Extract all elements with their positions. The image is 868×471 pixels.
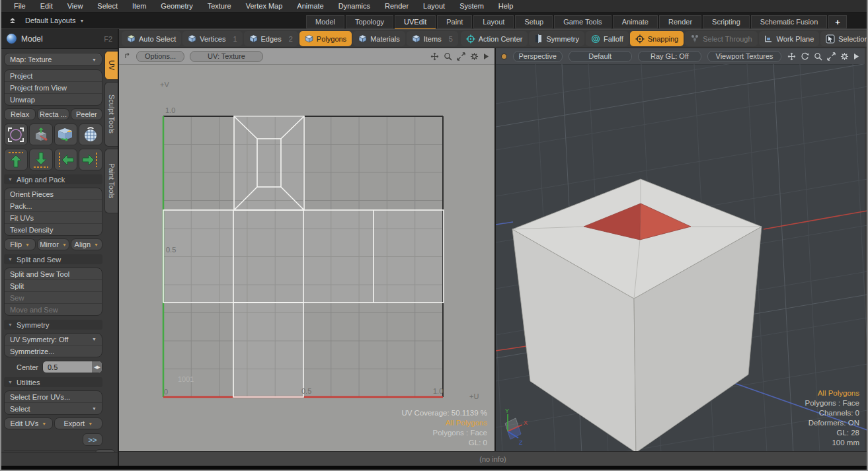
items-mode-button[interactable]: Items 5 bbox=[407, 31, 458, 46]
zoom-icon[interactable] bbox=[814, 52, 822, 61]
select-dropdown[interactable]: Select ▼ bbox=[5, 403, 102, 414]
gear-icon[interactable] bbox=[470, 52, 479, 61]
stepper-arrows-icon[interactable]: ◀▶ bbox=[92, 361, 102, 373]
map-selector-dropdown[interactable]: Map: Texture ▼ bbox=[4, 53, 102, 66]
menu-geometry[interactable]: Geometry bbox=[153, 2, 200, 10]
uv-editor-viewport[interactable]: Options... UV: Texture bbox=[119, 48, 496, 452]
shading-style-button[interactable]: Default bbox=[569, 51, 632, 62]
tab-render[interactable]: Render bbox=[659, 15, 701, 28]
auto-select-button[interactable]: Auto Select bbox=[122, 31, 181, 46]
flyout-arrow-icon[interactable] bbox=[483, 53, 489, 60]
3d-canvas[interactable]: Y X Z All Polygons Polygons : Face Chann… bbox=[496, 64, 867, 453]
polygons-mode-button[interactable]: Polygons bbox=[299, 31, 352, 46]
split-and-sew-section-header[interactable]: ▼ Split and Sew bbox=[4, 254, 102, 264]
expand-panel-button[interactable]: >> bbox=[83, 433, 102, 446]
tab-uvedit[interactable]: UVEdit bbox=[395, 15, 436, 28]
align-dropdown[interactable]: Align▼ bbox=[71, 238, 102, 250]
uv-canvas[interactable]: +V 1.0 0.5 0 1001 0.5 1.0 +U UV Coverage… bbox=[119, 64, 494, 453]
tab-scripting[interactable]: Scripting bbox=[703, 15, 750, 28]
symmetry-section-header[interactable]: ▼ Symmetry bbox=[4, 320, 102, 330]
project-button[interactable]: Project bbox=[5, 70, 102, 82]
camera-view-button[interactable]: Perspective bbox=[513, 51, 563, 62]
falloff-button[interactable]: Falloff bbox=[586, 31, 629, 46]
menu-vertex-map[interactable]: Vertex Map bbox=[239, 2, 290, 10]
tab-topology[interactable]: Topology bbox=[346, 15, 393, 28]
vertices-mode-button[interactable]: Vertices 1 bbox=[182, 31, 242, 46]
align-and-pack-section-header[interactable]: ▼ Align and Pack bbox=[4, 174, 102, 184]
sidebar-header[interactable]: Model F2 bbox=[1, 29, 118, 49]
unwrap-button[interactable]: Unwrap bbox=[5, 94, 102, 105]
menu-file[interactable]: File bbox=[7, 2, 33, 10]
flip-dropdown[interactable]: Flip▼ bbox=[4, 238, 36, 250]
tab-schematic-fusion[interactable]: Schematic Fusion bbox=[751, 15, 827, 28]
split-and-sew-tool-button[interactable]: Split and Sew Tool bbox=[5, 268, 102, 280]
menu-animate[interactable]: Animate bbox=[290, 2, 331, 10]
menu-layout[interactable]: Layout bbox=[416, 2, 452, 10]
move-left-button[interactable] bbox=[54, 149, 78, 170]
maximize-icon[interactable] bbox=[827, 52, 836, 61]
tab-game-tools[interactable]: Game Tools bbox=[554, 15, 612, 28]
action-center-button[interactable]: Action Center bbox=[461, 31, 528, 46]
cube-mesh[interactable] bbox=[512, 179, 762, 453]
center-value-field[interactable]: 0.5 ◀▶ bbox=[42, 361, 102, 373]
menu-system[interactable]: System bbox=[452, 2, 491, 10]
menu-render[interactable]: Render bbox=[377, 2, 416, 10]
menu-select[interactable]: Select bbox=[90, 2, 125, 10]
split-button[interactable]: Split bbox=[5, 280, 102, 292]
radial-projection-tool-button[interactable] bbox=[4, 124, 28, 145]
flyout-arrow-icon[interactable] bbox=[853, 53, 859, 60]
select-error-uvs-button[interactable]: Select Error UVs... bbox=[5, 391, 102, 403]
planar-projection-tool-button[interactable] bbox=[29, 124, 53, 145]
work-plane-button[interactable]: Work Plane bbox=[759, 31, 820, 46]
menu-edit[interactable]: Edit bbox=[33, 2, 60, 10]
vertical-tab-paint-tools[interactable]: Paint Tools bbox=[104, 149, 118, 213]
symmetry-button[interactable]: Symmetry bbox=[529, 31, 584, 46]
spherical-projection-tool-button[interactable] bbox=[79, 124, 102, 145]
tab-model[interactable]: Model bbox=[306, 15, 344, 28]
menu-help[interactable]: Help bbox=[491, 2, 521, 10]
viewport-corner-icon[interactable] bbox=[124, 53, 131, 59]
menu-texture[interactable]: Texture bbox=[200, 2, 239, 10]
menu-view[interactable]: View bbox=[60, 2, 91, 10]
layout-switcher[interactable]: Default Layouts ▼ bbox=[25, 17, 84, 24]
mirror-dropdown[interactable]: Mirror▼ bbox=[37, 238, 69, 250]
uv-map-button[interactable]: UV: Texture bbox=[190, 51, 263, 62]
menu-dynamics[interactable]: Dynamics bbox=[331, 2, 377, 10]
gear-icon[interactable] bbox=[840, 52, 849, 61]
center-value[interactable]: 0.5 bbox=[43, 361, 92, 373]
select-through-button[interactable]: Select Through bbox=[685, 31, 757, 46]
viewport-textures-button[interactable]: Viewport Textures bbox=[707, 51, 781, 62]
vertical-tab-sculpt-tools[interactable]: Sculpt Tools bbox=[104, 82, 118, 147]
viewport-active-indicator[interactable] bbox=[501, 54, 507, 59]
texel-density-button[interactable]: Texel Density bbox=[5, 224, 102, 235]
project-from-view-button[interactable]: Project from View bbox=[5, 82, 102, 94]
move-up-button[interactable] bbox=[4, 149, 28, 170]
uv-symmetry-dropdown[interactable]: UV Symmetry: Off ▼ bbox=[5, 334, 102, 345]
perspective-3d-viewport[interactable]: Perspective Default Ray GL: Off Viewport… bbox=[496, 48, 865, 452]
rectangle-button[interactable]: Recta ... bbox=[37, 108, 69, 120]
unwrap-tool-button[interactable] bbox=[54, 124, 78, 145]
vertical-tab-uv[interactable]: UV bbox=[104, 51, 118, 80]
tab-paint[interactable]: Paint bbox=[437, 15, 472, 28]
ray-gl-button[interactable]: Ray GL: Off bbox=[638, 51, 701, 62]
edit-uvs-dropdown[interactable]: Edit UVs▼ bbox=[4, 417, 53, 429]
relax-button[interactable]: Relax bbox=[4, 108, 36, 120]
tab-animate[interactable]: Animate bbox=[613, 15, 658, 28]
edges-mode-button[interactable]: Edges 2 bbox=[244, 31, 298, 46]
tab-layout[interactable]: Layout bbox=[473, 15, 514, 28]
menu-item[interactable]: Item bbox=[125, 2, 153, 10]
symmetrize-button[interactable]: Symmetrize... bbox=[5, 345, 102, 357]
pan-icon[interactable] bbox=[430, 52, 439, 61]
zoom-icon[interactable] bbox=[444, 52, 452, 61]
orient-pieces-button[interactable]: Orient Pieces bbox=[5, 188, 102, 200]
pan-icon[interactable] bbox=[787, 52, 796, 61]
selection-sets-button[interactable]: Selection Sets bbox=[820, 31, 868, 46]
pack-button[interactable]: Pack... bbox=[5, 200, 102, 212]
add-tab-button[interactable]: + bbox=[828, 15, 847, 28]
utilities-section-header[interactable]: ▼ Utilities bbox=[4, 377, 102, 387]
maximize-icon[interactable] bbox=[457, 52, 465, 61]
fit-uvs-button[interactable]: Fit UVs bbox=[5, 212, 102, 224]
move-down-button[interactable] bbox=[29, 149, 53, 170]
materials-mode-button[interactable]: Materials bbox=[353, 31, 405, 46]
peeler-button[interactable]: Peeler bbox=[71, 108, 102, 120]
